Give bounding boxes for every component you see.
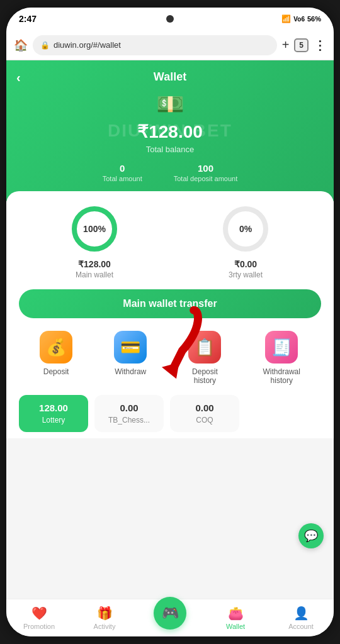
bottom-nav: ❤️ Promotion 🎁 Activity 🎮 👛 Wallet 👤 Acc…: [6, 599, 334, 636]
lottery-amount: 128.00: [26, 402, 81, 413]
total-deposit-value: 100: [174, 163, 238, 174]
third-party-label: 3rty wallet: [220, 270, 271, 279]
add-tab-icon[interactable]: +: [282, 38, 290, 52]
wallet-amount: ₹128.00: [19, 121, 321, 142]
deposit-history-label: Deposithistory: [188, 367, 221, 385]
withdraw-label: Withdraw: [114, 367, 147, 376]
status-time: 2:47: [19, 14, 37, 24]
main-wallet-label: Main wallet: [69, 270, 120, 279]
deposit-action[interactable]: 💰 Deposit: [40, 331, 72, 385]
lottery-wallet[interactable]: 128.00 Lottery: [19, 395, 88, 432]
back-button[interactable]: ‹: [16, 70, 21, 85]
nav-promotion[interactable]: ❤️ Promotion: [6, 606, 72, 630]
account-label: Account: [288, 623, 314, 630]
tab-count[interactable]: 5: [294, 38, 309, 52]
main-wallet-percent: 100%: [83, 224, 106, 234]
account-icon: 👤: [293, 606, 309, 621]
nav-activity[interactable]: 🎁 Activity: [72, 606, 137, 630]
total-deposit-label: Total deposit amount: [174, 175, 238, 182]
promotion-label: Promotion: [23, 623, 55, 630]
deposit-icon: 💰: [40, 331, 72, 364]
browser-bar: 🏠 🔒 diuwin.org/#/wallet + 5 ⋮: [6, 30, 334, 60]
total-amount-label: Total amount: [103, 175, 142, 182]
total-amount-value: 0: [103, 163, 142, 174]
chess-name: TB_Chess...: [102, 416, 156, 425]
coq-wallet[interactable]: 0.00 COQ: [170, 395, 239, 432]
wallet-body: 100% ₹128.00 Main wallet 0% ₹0.00: [6, 191, 334, 438]
actions-row: 💰 Deposit 💳 Withdraw 📋 Deposithistory 🧾 …: [19, 331, 321, 385]
activity-label: Activity: [94, 623, 116, 630]
status-icons: 📶 Vo6 56%: [281, 14, 321, 23]
battery-icon: 56%: [307, 15, 321, 23]
chat-icon: 💬: [304, 529, 318, 543]
chat-bubble[interactable]: 💬: [298, 523, 324, 548]
game-center-button[interactable]: 🎮: [154, 597, 186, 630]
balance-label: Total balance: [19, 145, 321, 154]
lottery-name: Lottery: [26, 416, 81, 425]
activity-icon: 🎁: [97, 606, 113, 621]
wallet-header: ‹ Wallet 💵 ₹128.00 Total balance 0 Total…: [6, 60, 334, 201]
more-options-icon[interactable]: ⋮: [314, 38, 326, 53]
signal-icon: Vo6: [293, 16, 305, 23]
promotion-icon: ❤️: [31, 606, 47, 621]
third-party-circle: 0% ₹0.00 3rty wallet: [220, 204, 271, 279]
deposit-label: Deposit: [40, 367, 72, 376]
wallet-nav-label: Wallet: [226, 623, 245, 630]
url-bar[interactable]: 🔒 diuwin.org/#/wallet: [33, 35, 277, 55]
game-icon: 🎮: [162, 605, 179, 621]
wallet-list: 128.00 Lottery 0.00 TB_Chess... 0.00 COQ: [19, 395, 321, 438]
url-text: diuwin.org/#/wallet: [54, 40, 121, 50]
withdraw-icon: 💳: [114, 331, 147, 364]
withdrawal-history-label: Withdrawalhistory: [263, 367, 300, 385]
home-icon[interactable]: 🏠: [14, 38, 28, 52]
wallet-icon: 💵: [19, 91, 321, 118]
chess-wallet[interactable]: 0.00 TB_Chess...: [94, 395, 164, 432]
withdrawal-history-action[interactable]: 🧾 Withdrawalhistory: [263, 331, 300, 385]
camera: [166, 15, 174, 23]
withdrawal-history-icon: 🧾: [265, 331, 298, 364]
total-amount-stat: 0 Total amount: [103, 163, 142, 182]
status-bar: 2:47 📶 Vo6 56%: [6, 8, 334, 30]
withdraw-action[interactable]: 💳 Withdraw: [114, 331, 147, 385]
nav-account[interactable]: 👤 Account: [268, 606, 334, 630]
wallet-nav-icon: 👛: [228, 606, 244, 621]
wallet-title: Wallet: [19, 70, 321, 84]
deposit-history-icon: 📋: [188, 331, 221, 364]
lock-icon: 🔒: [40, 41, 50, 50]
third-party-amount: ₹0.00: [220, 259, 271, 269]
total-deposit-stat: 100 Total deposit amount: [174, 163, 238, 182]
nav-game[interactable]: 🎮: [137, 607, 203, 630]
main-wallet-circle: 100% ₹128.00 Main wallet: [69, 204, 120, 279]
deposit-history-action[interactable]: 📋 Deposithistory: [188, 331, 221, 385]
main-wallet-amount: ₹128.00: [69, 259, 120, 269]
wallet-stats: 0 Total amount 100 Total deposit amount: [19, 163, 321, 182]
third-party-percent: 0%: [239, 224, 252, 234]
nav-wallet[interactable]: 👛 Wallet: [203, 606, 268, 630]
coq-amount: 0.00: [178, 402, 232, 413]
circles-row: 100% ₹128.00 Main wallet 0% ₹0.00: [19, 204, 321, 279]
main-content: ‹ Wallet 💵 ₹128.00 Total balance 0 Total…: [6, 60, 334, 599]
coq-name: COQ: [178, 416, 232, 425]
transfer-button[interactable]: Main wallet transfer: [19, 289, 321, 318]
wifi-icon: 📶: [281, 14, 291, 23]
chess-amount: 0.00: [102, 402, 156, 413]
